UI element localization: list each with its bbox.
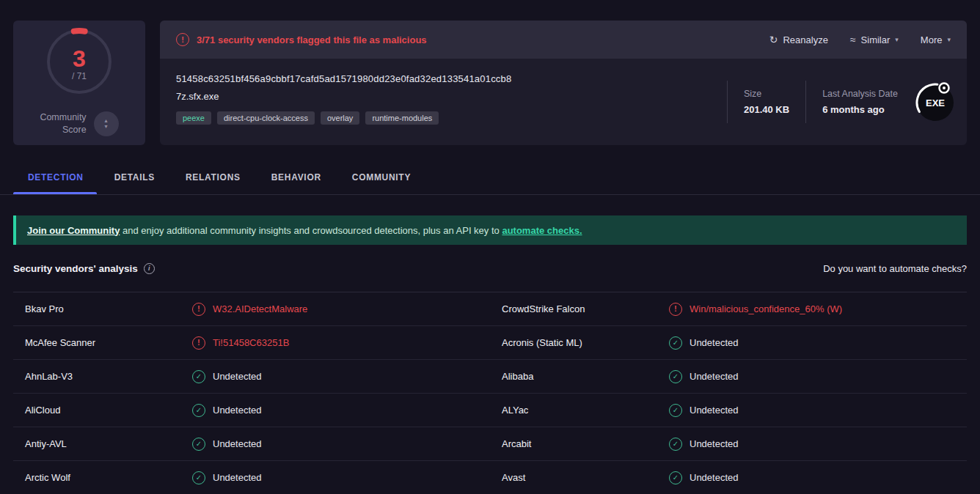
community-score-label: Community Score (40, 111, 86, 136)
size-label: Size (744, 89, 789, 99)
check-icon: ✓ (192, 404, 205, 417)
table-row: CrowdStrike Falcon ! Win/malicious_confi… (490, 292, 967, 326)
file-summary-card: ! 3/71 security vendors flagged this fil… (160, 21, 967, 145)
vendor-result: ! Win/malicious_confidence_60% (W) (669, 303, 842, 316)
analysis-title: Security vendors' analysis (13, 263, 138, 274)
check-icon: ✓ (669, 438, 682, 451)
vendor-result: ! W32.AIDetectMalware (192, 303, 307, 316)
table-row: Alibaba ✓ Undetected (490, 360, 967, 394)
join-community-banner: Join our Community and enjoy additional … (13, 215, 967, 245)
chevron-down-icon: ▾ (895, 36, 899, 43)
vendor-name: Alibaba (502, 371, 669, 382)
check-icon: ✓ (192, 438, 205, 451)
vendor-result: ✓ Undetected (669, 471, 739, 484)
exe-filetype-icon: EXE (914, 81, 957, 123)
table-row: Arcabit ✓ Undetected (490, 427, 967, 461)
file-tag[interactable]: runtime-modules (365, 111, 439, 125)
table-row: Acronis (Static ML) ✓ Undetected (490, 326, 967, 360)
detection-gauge: 3 / 71 (44, 26, 114, 97)
analysis-date-block: Last Analysis Date 6 months ago (822, 89, 898, 115)
report-tabs: DETECTION DETAILS RELATIONS BEHAVIOR COM… (0, 155, 980, 195)
info-icon[interactable]: i (144, 263, 155, 274)
file-size-block: Size 201.40 KB (744, 89, 789, 115)
automate-checks-link[interactable]: automate checks. (502, 225, 582, 236)
svg-text:EXE: EXE (926, 97, 945, 108)
file-details: 51458c63251bf456a9cbbf17cafd5ad1571980dd… (160, 59, 967, 145)
divider (727, 81, 728, 123)
vendor-name: Antiy-AVL (25, 438, 192, 449)
result-text: Ti!51458C63251B (213, 337, 289, 348)
alert-icon: ! (192, 336, 205, 350)
more-button[interactable]: More ▾ (921, 34, 951, 45)
check-icon: ✓ (669, 336, 682, 350)
result-text: Win/malicious_confidence_60% (W) (690, 303, 842, 314)
gauge-labels: 3 / 71 (44, 26, 114, 97)
check-icon: ✓ (192, 471, 205, 484)
community-score-card: 3 / 71 Community Score ▴ ▾ (13, 21, 145, 145)
detections-total: / 71 (72, 71, 87, 81)
result-text: Undetected (690, 405, 739, 416)
result-text: Undetected (213, 438, 262, 449)
vendor-result: ✓ Undetected (192, 370, 262, 383)
report-header: 3 / 71 Community Score ▴ ▾ ! 3/71 securi… (0, 0, 980, 155)
vendor-result: ✓ Undetected (669, 438, 739, 451)
file-tag[interactable]: peexe (176, 111, 211, 125)
vendor-name: ALYac (502, 405, 669, 416)
chevron-down-icon: ▾ (947, 36, 951, 43)
check-icon: ✓ (669, 471, 682, 484)
vendor-result: ✓ Undetected (669, 404, 739, 417)
vendor-result: ✓ Undetected (192, 404, 262, 417)
date-label: Last Analysis Date (822, 89, 898, 99)
detection-alert-bar: ! 3/71 security vendors flagged this fil… (160, 21, 967, 59)
reanalyze-button[interactable]: ↻ Reanalyze (769, 34, 828, 45)
result-text: Undetected (690, 438, 739, 449)
table-row: Arctic Wolf ✓ Undetected (13, 461, 490, 494)
table-row: AhnLab-V3 ✓ Undetected (13, 360, 490, 394)
tab-detection[interactable]: DETECTION (28, 172, 84, 194)
vendor-name: Bkav Pro (25, 303, 192, 314)
result-text: Undetected (690, 371, 739, 382)
result-text: Undetected (213, 405, 262, 416)
file-meta: Size 201.40 KB Last Analysis Date 6 mont… (727, 67, 957, 136)
date-value: 6 months ago (822, 104, 898, 115)
community-vote-widget[interactable]: ▴ ▾ (94, 111, 119, 136)
tab-relations[interactable]: RELATIONS (186, 172, 241, 194)
tab-community[interactable]: COMMUNITY (352, 172, 411, 194)
alert-icon: ! (669, 303, 682, 316)
vendor-name: AhnLab-V3 (25, 371, 192, 382)
result-text: W32.AIDetectMalware (213, 303, 307, 314)
vendor-result: ✓ Undetected (669, 370, 739, 383)
alert-text: 3/71 security vendors flagged this file … (197, 34, 427, 45)
result-text: Undetected (213, 371, 262, 382)
tab-behavior[interactable]: BEHAVIOR (271, 172, 321, 194)
vote-down-icon: ▾ (105, 124, 108, 130)
size-value: 201.40 KB (744, 104, 789, 115)
vendor-result: ✓ Undetected (669, 336, 739, 350)
vendor-name: Arcabit (502, 438, 669, 449)
table-row: Bkav Pro ! W32.AIDetectMalware (13, 292, 490, 326)
file-tag[interactable]: overlay (321, 111, 359, 125)
vendor-name: Arctic Wolf (25, 472, 192, 483)
vendor-name: AliCloud (25, 405, 192, 416)
alert-icon: ! (176, 33, 189, 46)
vendor-name: McAfee Scanner (25, 337, 192, 348)
check-icon: ✓ (669, 404, 682, 417)
table-row: ALYac ✓ Undetected (490, 394, 967, 427)
check-icon: ✓ (669, 370, 682, 383)
refresh-icon: ↻ (769, 34, 778, 45)
vendor-name: Avast (502, 472, 669, 483)
result-text: Undetected (690, 472, 739, 483)
tab-details[interactable]: DETAILS (114, 172, 155, 194)
detections-count: 3 (73, 48, 86, 70)
table-row: Avast ✓ Undetected (490, 461, 967, 494)
vendor-result: ✓ Undetected (192, 438, 262, 451)
banner-text: and enjoy additional community insights … (120, 225, 502, 236)
table-row: Antiy-AVL ✓ Undetected (13, 427, 490, 461)
similar-button[interactable]: ≈ Similar ▾ (850, 34, 899, 45)
result-text: Undetected (690, 337, 739, 348)
automate-checks-prompt[interactable]: Do you want to automate checks? (823, 263, 967, 274)
analysis-header: Security vendors' analysis i Do you want… (13, 261, 967, 276)
file-tag[interactable]: direct-cpu-clock-access (217, 111, 315, 125)
table-row: AliCloud ✓ Undetected (13, 394, 490, 427)
join-community-link[interactable]: Join our Community (27, 225, 120, 236)
